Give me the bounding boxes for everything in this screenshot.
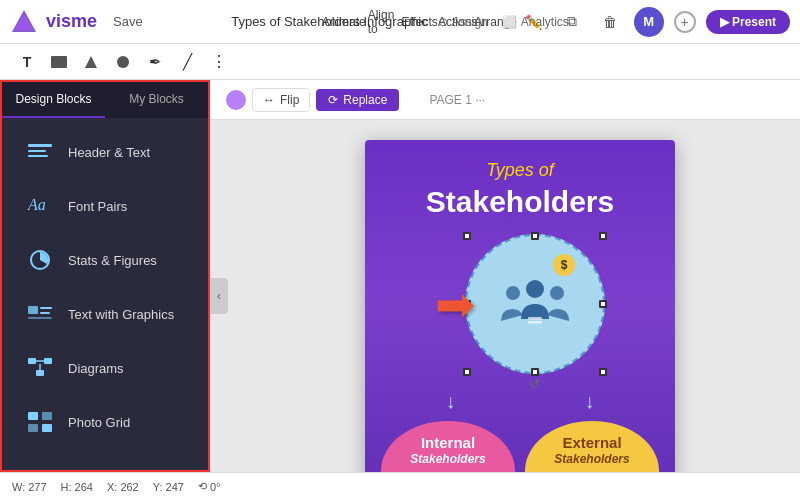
- header-text-icon: [24, 138, 56, 166]
- triangle-tool[interactable]: [78, 49, 104, 75]
- internal-card: Internal Stakeholders Team members, mana…: [381, 421, 515, 472]
- status-angle: ⟲ 0°: [198, 480, 221, 493]
- w-label: W:: [12, 481, 25, 493]
- internal-desc: Team members, managers, board members, a…: [391, 471, 505, 473]
- stats-figures-label: Stats & Figures: [68, 253, 157, 268]
- call-to-action-icon: [24, 462, 56, 470]
- internal-title: Internal: [391, 435, 505, 452]
- tab-my-blocks[interactable]: My Blocks: [105, 82, 208, 118]
- font-pairs-icon: Aa: [24, 192, 56, 220]
- svg-marker-3: [85, 56, 97, 68]
- sidebar-item-photo-grid[interactable]: Photo Grid: [8, 396, 202, 448]
- bottom-cards: Internal Stakeholders Team members, mana…: [381, 421, 659, 472]
- h-value: 264: [75, 481, 93, 493]
- sidebar-item-text-graphics[interactable]: Text with Graphics: [8, 288, 202, 340]
- header-text-label: Header & Text: [68, 145, 150, 160]
- text-graphics-icon: [24, 300, 56, 328]
- assign-action[interactable]: ⊙ Assign: [438, 15, 488, 29]
- sidebar-item-diagrams[interactable]: Diagrams: [8, 342, 202, 394]
- text-tool[interactable]: T: [14, 49, 40, 75]
- page-indicator: PAGE 1 ···: [429, 93, 485, 107]
- svg-rect-16: [36, 370, 44, 376]
- svg-rect-12: [40, 312, 50, 314]
- status-height: H: 264: [61, 481, 93, 493]
- h-label: H:: [61, 481, 72, 493]
- left-sidebar: Design Blocks My Blocks Header & Text: [0, 80, 210, 472]
- handle-bc[interactable]: [531, 368, 539, 376]
- analytics-action[interactable]: ⬜ Analytics: [502, 15, 569, 29]
- svg-rect-11: [40, 307, 52, 309]
- flip-button[interactable]: ↔ Flip: [252, 88, 310, 112]
- handle-br[interactable]: [599, 368, 607, 376]
- color-swatch[interactable]: [226, 90, 246, 110]
- canvas-toolbar: ↔ Flip ⟳ Replace PAGE 1 ···: [210, 80, 800, 120]
- stakeholder-circle-container[interactable]: $: [465, 234, 605, 374]
- svg-rect-30: [528, 321, 542, 324]
- svg-point-28: [550, 286, 564, 300]
- save-button[interactable]: Save: [113, 14, 143, 29]
- avatar-button[interactable]: M: [634, 7, 664, 37]
- pen-tool[interactable]: ✒: [142, 49, 168, 75]
- tab-design-blocks[interactable]: Design Blocks: [2, 82, 105, 118]
- center-section: ➡ $: [381, 234, 659, 374]
- rectangle-tool[interactable]: [46, 49, 72, 75]
- y-label: Y:: [153, 481, 163, 493]
- present-button[interactable]: ▶ Present: [706, 10, 790, 34]
- more-tools[interactable]: ⋮: [206, 49, 232, 75]
- svg-rect-19: [28, 412, 38, 420]
- sidebar-tabs: Design Blocks My Blocks: [2, 82, 208, 118]
- collapse-sidebar-button[interactable]: ‹: [210, 278, 228, 314]
- text-graphics-label: Text with Graphics: [68, 307, 174, 322]
- diagrams-icon: [24, 354, 56, 382]
- svg-rect-6: [28, 150, 46, 152]
- dollar-badge: $: [553, 254, 575, 276]
- svg-point-27: [506, 286, 520, 300]
- stakeholder-circle: $: [465, 234, 605, 374]
- status-bar: W: 277 H: 264 X: 262 Y: 247 ⟲ 0°: [0, 472, 800, 500]
- canvas-scroll[interactable]: ‹ Types of Stakeholders ➡ $: [210, 120, 800, 472]
- svg-point-26: [526, 280, 544, 298]
- svg-marker-1: [14, 14, 34, 30]
- internal-sub: Stakeholders: [391, 452, 505, 466]
- external-desc: Investors, customers, creditors, supplie…: [535, 471, 649, 473]
- svg-rect-13: [28, 317, 52, 319]
- second-toolbar: T ✒ ╱ ⋮: [0, 44, 800, 80]
- sidebar-item-call-to-action[interactable]: Call to Action: [8, 450, 202, 470]
- sidebar-item-stats-figures[interactable]: Stats & Figures: [8, 234, 202, 286]
- font-pairs-label: Font Pairs: [68, 199, 127, 214]
- handle-mr[interactable]: [599, 300, 607, 308]
- handle-bl[interactable]: [463, 368, 471, 376]
- svg-text:Aa: Aa: [27, 196, 46, 213]
- angle-value: 0°: [210, 481, 221, 493]
- external-title: External: [535, 435, 649, 452]
- svg-rect-20: [42, 412, 52, 420]
- sidebar-item-header-text[interactable]: Header & Text: [8, 126, 202, 178]
- handle-tr[interactable]: [599, 232, 607, 240]
- sidebar-items: Header & Text Aa Font Pairs: [2, 118, 208, 470]
- handle-tc[interactable]: [531, 232, 539, 240]
- down-arrow-left: ↓: [446, 390, 456, 413]
- add-user-button[interactable]: +: [674, 11, 696, 33]
- handle-tl[interactable]: [463, 232, 471, 240]
- rectangle-icon: [51, 56, 67, 68]
- external-card: External Stakeholders Investors, custome…: [525, 421, 659, 472]
- infographic-canvas: Types of Stakeholders ➡ $: [365, 140, 675, 472]
- line-tool[interactable]: ╱: [174, 49, 200, 75]
- replace-button[interactable]: ⟳ Replace: [316, 89, 399, 111]
- svg-rect-5: [28, 144, 52, 147]
- diagrams-label: Diagrams: [68, 361, 124, 376]
- svg-rect-7: [28, 155, 48, 157]
- infographic-title-italic: Types of: [381, 160, 659, 181]
- trash-icon[interactable]: 🗑: [596, 8, 624, 36]
- down-arrow-right: ↓: [585, 390, 595, 413]
- sidebar-item-font-pairs[interactable]: Aa Font Pairs: [8, 180, 202, 232]
- document-title: Types of Stakeholders Infographic: [231, 14, 428, 29]
- stats-figures-icon: [24, 246, 56, 274]
- svg-rect-22: [42, 424, 52, 432]
- rotate-handle[interactable]: ↺: [529, 376, 541, 392]
- canvas-area: ↔ Flip ⟳ Replace PAGE 1 ··· ‹ Types of S…: [210, 80, 800, 472]
- status-y: Y: 247: [153, 481, 184, 493]
- circle-tool[interactable]: [110, 49, 136, 75]
- svg-rect-21: [28, 424, 38, 432]
- triangle-icon: [84, 55, 98, 69]
